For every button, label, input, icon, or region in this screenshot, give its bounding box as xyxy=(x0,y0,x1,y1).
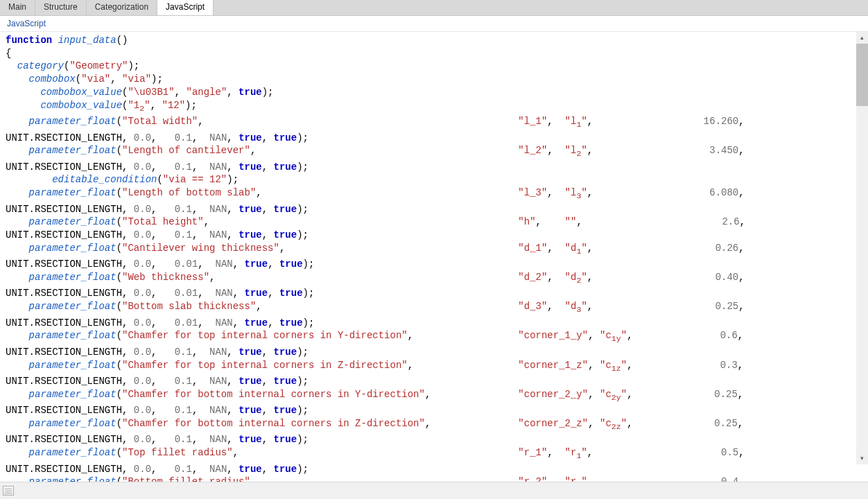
scroll-down-button[interactable]: ▾ xyxy=(856,453,868,464)
tab-javascript[interactable]: JavaScript xyxy=(157,0,214,15)
tabbar: MainStructureCategorizationJavaScript xyxy=(0,0,868,16)
tab-structure[interactable]: Structure xyxy=(35,0,87,15)
panel-title: JavaScript xyxy=(0,16,868,32)
tab-categorization[interactable]: Categorization xyxy=(87,0,157,15)
status-bar xyxy=(0,482,868,499)
tab-main[interactable]: Main xyxy=(0,0,35,15)
scroll-thumb[interactable] xyxy=(856,44,868,106)
code-editor[interactable]: function input_data() { category("Geomet… xyxy=(0,32,868,482)
page-icon[interactable] xyxy=(3,486,14,496)
code-editor-wrap: function input_data() { category("Geomet… xyxy=(0,32,868,482)
vertical-scrollbar[interactable]: ▴ ▾ xyxy=(856,32,868,464)
scroll-up-button[interactable]: ▴ xyxy=(856,32,868,44)
